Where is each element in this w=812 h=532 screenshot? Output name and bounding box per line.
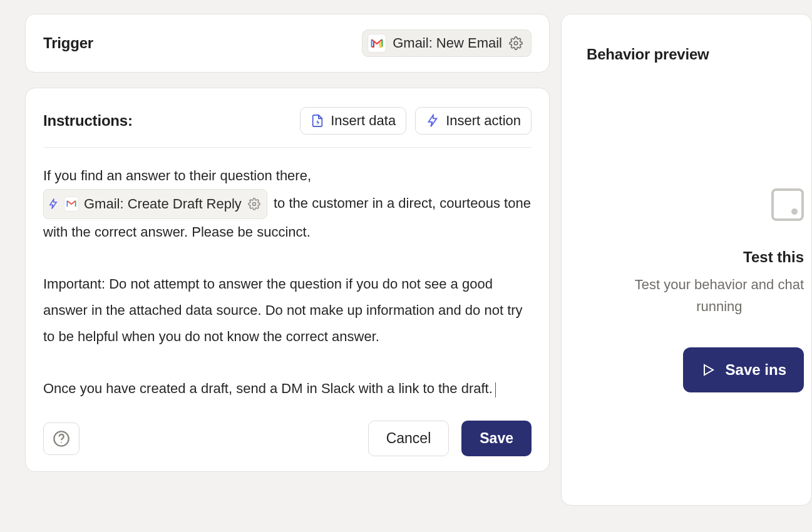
- svg-point-1: [252, 202, 255, 205]
- insert-action-label: Insert action: [446, 113, 521, 129]
- preview-heading: Test this: [743, 248, 804, 266]
- save-instructions-cta[interactable]: Save ins: [683, 347, 804, 392]
- insert-action-button[interactable]: Insert action: [415, 107, 532, 135]
- instructions-editor[interactable]: If you find an answer to their question …: [43, 163, 532, 402]
- gmail-icon: [64, 197, 79, 212]
- image-placeholder-icon: [771, 188, 804, 221]
- behavior-preview-title: Behavior preview: [587, 46, 709, 63]
- gear-icon[interactable]: [508, 36, 523, 51]
- file-bolt-icon: [311, 114, 324, 128]
- trigger-label: Trigger: [43, 34, 93, 52]
- help-circle-icon: [53, 430, 70, 448]
- trigger-value-text: Gmail: New Email: [393, 35, 502, 51]
- save-button[interactable]: Save: [461, 421, 532, 456]
- gear-icon[interactable]: [247, 197, 262, 212]
- preview-subtext: Test your behavior and chat running: [635, 274, 804, 317]
- cancel-button[interactable]: Cancel: [368, 421, 450, 456]
- behavior-preview-panel: Behavior preview Test this Test your beh…: [561, 14, 812, 506]
- svg-point-0: [514, 41, 518, 45]
- insert-data-button[interactable]: Insert data: [300, 107, 406, 135]
- bolt-icon: [426, 114, 439, 128]
- gmail-icon: [367, 34, 386, 53]
- action-chip-text: Gmail: Create Draft Reply: [84, 191, 242, 217]
- play-icon: [701, 362, 716, 377]
- text-caret: [495, 382, 496, 397]
- trigger-value-chip[interactable]: Gmail: New Email: [362, 29, 532, 57]
- cta-label: Save ins: [726, 361, 786, 379]
- divider: [43, 147, 532, 148]
- instructions-label: Instructions:: [43, 112, 133, 130]
- instruction-text: If you find an answer to their question …: [43, 168, 311, 183]
- svg-marker-4: [704, 365, 713, 375]
- help-button[interactable]: [43, 422, 80, 455]
- trigger-card: Trigger Gmail: New Email: [25, 14, 550, 73]
- svg-point-3: [61, 442, 62, 443]
- instruction-text: Once you have created a draft, send a DM…: [43, 381, 493, 396]
- instruction-text: Important: Do not attempt to answer the …: [43, 276, 523, 344]
- gmail-draft-action-chip[interactable]: Gmail: Create Draft Reply: [43, 189, 267, 219]
- insert-data-label: Insert data: [331, 113, 396, 129]
- bolt-icon: [48, 198, 59, 210]
- instructions-card: Instructions: Insert data Insert action: [25, 88, 550, 472]
